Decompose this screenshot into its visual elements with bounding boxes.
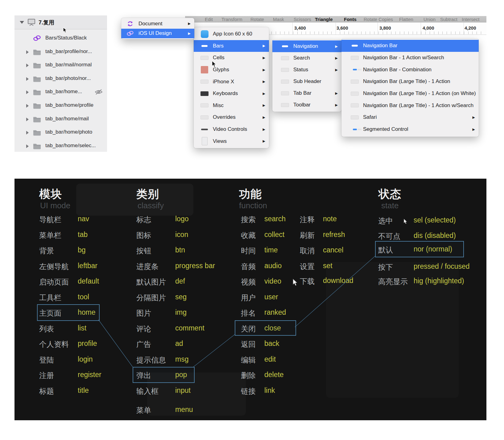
toolbar-item-subtract[interactable]: Subtract (440, 17, 457, 22)
menu-item-segmented-control[interactable]: Segmented Control▶ (341, 123, 479, 135)
submenu-arrow-icon: ▶ (335, 103, 338, 107)
menu-item-label: Document (138, 21, 162, 27)
ruler-tick (404, 31, 404, 34)
ruler-gridline (336, 23, 336, 35)
menu-item-navigation-bar-large-title-1-action-on-white[interactable]: Navigation Bar (Large Title) - 1 Action … (341, 88, 479, 100)
ruler-tick (314, 31, 315, 34)
hidden-eye-icon[interactable] (94, 88, 103, 97)
menu-item-toolbar[interactable]: Toolbar▶ (272, 99, 341, 111)
menu-item-iphone-x[interactable]: iPhone X▶ (194, 76, 269, 88)
menu-item-sub-header[interactable]: Sub Header (272, 76, 341, 87)
disclosure-right-icon[interactable] (26, 50, 29, 54)
ruler-tick (361, 31, 361, 34)
menu-item-safari[interactable]: Safari▶ (341, 111, 479, 123)
app-icon (200, 30, 209, 38)
layer-row-tab-bar-home-profile[interactable]: tab_bar/home/profile (14, 99, 107, 113)
menu-item-misc[interactable]: Misc▶ (194, 100, 269, 112)
toolbar-item-flatten[interactable]: Flatten (399, 17, 413, 22)
menu-item-navigation-bar-large-title-1-action[interactable]: Navigation Bar (Large Title) - 1 Action (341, 76, 479, 88)
ruler-gridline (378, 23, 378, 35)
toolbar-item-intersect[interactable]: Intersect (462, 17, 480, 22)
folder-icon (32, 48, 42, 57)
menu-item-document[interactable]: Document▶ (121, 19, 194, 29)
menu-item-navigation-bar-large-title-1-action-w-search[interactable]: Navigation Bar (Large Title) - 1 Action … (341, 99, 479, 111)
menu-item-label: Status (293, 67, 308, 73)
folder-icon (32, 61, 42, 70)
menu-item-navigation-bar-1-action-w-search[interactable]: Navigation Bar - 1 Action w/Search (341, 52, 479, 64)
menu-item-navigation-bar[interactable]: Navigation Bar (341, 40, 479, 52)
sketch-icon (280, 101, 290, 109)
menu-item-label: Navigation Bar (Large Title) - 1 Action … (363, 90, 476, 97)
menu-item-label: Cells (213, 55, 225, 61)
sketch-icon (200, 102, 209, 110)
disclosure-down-icon[interactable] (20, 21, 24, 24)
glyphs-icon (200, 66, 209, 74)
disclosure-right-icon[interactable] (26, 144, 29, 148)
menu-item-cells[interactable]: Cells▶ (194, 52, 269, 64)
disclosure-right-icon[interactable] (26, 131, 29, 135)
layer-row-tab-bar-profile-nor[interactable]: tab_bar/profile/nor... (14, 45, 107, 59)
sketch-icon (350, 113, 359, 121)
toolbar-item-fonts[interactable]: Fonts (344, 17, 357, 22)
folder-icon (32, 142, 42, 151)
artboard-header-row[interactable]: 7.复用 (14, 15, 107, 29)
layer-row-tab-bar-home-photo[interactable]: tab_bar/home/photo (14, 126, 107, 139)
disclosure-right-icon[interactable] (26, 77, 29, 81)
disclosure-right-icon[interactable] (26, 64, 29, 67)
mouse-cursor-icon (403, 218, 407, 224)
layers-panel: 7.复用 Bars/Status/Blacktab_bar/profile/no… (14, 15, 107, 152)
toolbar-item-transform[interactable]: Transform (221, 17, 242, 22)
toolbar-item-mask[interactable]: Mask (273, 17, 284, 22)
ruler-tick (468, 31, 469, 34)
menu-item-tab-bar[interactable]: Tab Bar▶ (272, 87, 341, 99)
layer-row-tab-bar-mail-normal[interactable]: tab_bar/mail/normal (14, 59, 107, 72)
disclosure-right-icon[interactable] (26, 90, 29, 94)
menu-item-video-controls[interactable]: Video Controls▶ (194, 123, 269, 135)
submenu-arrow-icon: ▶ (263, 115, 265, 119)
mouse-cursor-icon (292, 278, 298, 286)
toolbar-item-rotate-copies[interactable]: Rotate Copies (364, 17, 393, 22)
layer-row-bars-status-black[interactable]: Bars/Status/Black (14, 32, 107, 45)
layer-row-tab-bar-photo-nor[interactable]: tab_bar/photo/nor... (14, 72, 107, 86)
keyboard-icon (200, 89, 209, 98)
ruler-tick (280, 31, 280, 34)
layer-row-tab-bar-home-selec[interactable]: tab_bar/home/selec... (14, 139, 107, 153)
menu-item-navigation[interactable]: Navigation▶ (272, 40, 341, 52)
menu-item-status[interactable]: Status▶ (272, 64, 341, 76)
layer-row-tab-bar-home[interactable]: tab_bar/home... (14, 85, 107, 99)
ruler-tick (408, 31, 409, 34)
toolbar-item-rotate[interactable]: Rotate (250, 17, 264, 22)
layer-label: tab_bar/photo/nor... (45, 75, 91, 81)
menu-item-label: Misc (213, 102, 224, 109)
submenu-arrow-icon: ▶ (188, 22, 191, 26)
sketch-icon (280, 77, 290, 85)
layer-row-tab-bar-home-mail[interactable]: tab_bar/home/mail (14, 113, 107, 126)
menu-item-views[interactable]: Views▶ (194, 135, 269, 147)
menu-item-ios-ui-design[interactable]: iOS UI Design▶ (121, 29, 194, 39)
menu-item-label: iOS UI Design (138, 30, 172, 36)
menu-item-navigation-bar-combination[interactable]: Navigation Bar - Combination (341, 64, 479, 76)
toolbar-item-union[interactable]: Union (423, 17, 436, 22)
ruler-tick (425, 31, 426, 34)
submenu-arrow-icon: ▶ (263, 103, 265, 107)
menu-item-glyphs[interactable]: Glyphs▶ (194, 64, 269, 76)
toolbar-item-triangle[interactable]: Triangle (315, 17, 333, 22)
menu-item-app-icon-60-x-60[interactable]: App Icon 60 x 60 (194, 28, 269, 40)
menu-item-keyboards[interactable]: Keyboards▶ (194, 88, 269, 100)
menu-item-overrides[interactable]: Overrides▶ (194, 111, 269, 123)
ruler-tick (353, 31, 353, 34)
ruler-tick (357, 31, 357, 34)
disclosure-right-icon[interactable] (26, 104, 29, 108)
ruler-label-3-400: 3,400 (294, 25, 306, 31)
toolbar-item-edit[interactable]: Edit (205, 17, 213, 22)
menu-item-search[interactable]: Search▶ (272, 52, 341, 64)
ruler-tick (442, 31, 443, 34)
ruler-tick (366, 31, 366, 34)
toolbar-item-scissors[interactable]: Scissors (294, 17, 311, 22)
menu-item-bars[interactable]: Bars▶ (194, 40, 269, 52)
folder-icon (32, 115, 42, 124)
ruler-tick (460, 31, 460, 34)
disclosure-right-icon[interactable] (26, 118, 29, 121)
submenu-arrow-icon: ▶ (263, 68, 265, 72)
folder-icon (32, 75, 42, 84)
